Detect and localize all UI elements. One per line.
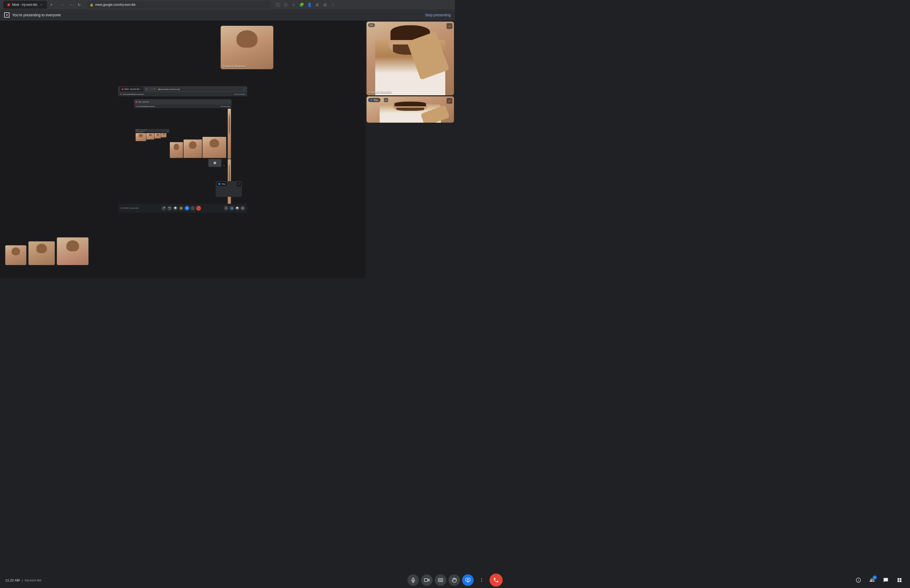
nested-present-btn[interactable]: 🖥 bbox=[184, 206, 189, 210]
forward-button[interactable]: → bbox=[67, 1, 74, 8]
nested-address-bar: 🔒 meet.google.com/tnj-esni-ikb bbox=[157, 87, 243, 91]
you-label-small: You bbox=[221, 183, 225, 185]
star-icon[interactable]: ☆ bbox=[291, 2, 297, 8]
nested-cap-btn[interactable]: 💬 bbox=[173, 206, 178, 210]
fb-label-medium: François Beaufort bbox=[223, 65, 246, 68]
you-panel-small: You ⤢ bbox=[216, 181, 242, 197]
nested-presenting-text: You're presenting to everyone bbox=[123, 94, 144, 95]
rv-banner: ⬆ You're presenting to everyone Stop pre… bbox=[134, 105, 231, 108]
nested-activities-btn[interactable]: ⊞ bbox=[241, 206, 245, 210]
active-tab[interactable]: Meet - tnj-esni-ikb × bbox=[3, 1, 47, 9]
address-bar[interactable]: 🔒 meet.google.com/tnj-esni-ikb bbox=[87, 1, 271, 8]
nested-stop-presenting[interactable]: Stop presenting bbox=[234, 94, 245, 95]
nested-right-tools: ℹ 👥 💬 ⊞ bbox=[224, 206, 245, 210]
nested-tab-title: Meet - tnj-esni-ikb bbox=[124, 88, 139, 90]
you-tile-controls: ••• bbox=[368, 98, 388, 102]
back-button[interactable]: ← bbox=[59, 1, 66, 8]
screen-share-area: Meet - tnj-esni-ikb × + ←→↻ 🔒 meet.googl… bbox=[0, 21, 365, 278]
nested-end-btn[interactable]: 📞 bbox=[196, 206, 201, 210]
browser-controls: ← → ↻ bbox=[59, 1, 83, 8]
account-icon[interactable]: ⊡ bbox=[322, 2, 328, 8]
nested-banner: ⬆ You're presenting to everyone Stop pre… bbox=[118, 92, 247, 96]
rv-header: Meet - tnj-esni-ikb × bbox=[134, 99, 231, 105]
extensions-icon[interactable]: 🧩 bbox=[298, 2, 305, 8]
browser-chrome: Meet - tnj-esni-ikb × + ← → ↻ 🔒 meet.goo… bbox=[0, 0, 455, 10]
participant-you: You ⤢ ••• bbox=[367, 96, 454, 123]
video-thumb-2 bbox=[28, 241, 55, 265]
nested-tools: 🎤 📷 💬 ✋ 🖥 ⋮ 📞 bbox=[162, 206, 201, 210]
nested-mic-btn[interactable]: 🎤 bbox=[162, 206, 166, 210]
inner-you-label: You bbox=[222, 164, 226, 167]
present-icon: ⬆ bbox=[4, 12, 10, 18]
sidebar-icon[interactable]: ⊟ bbox=[314, 2, 320, 8]
tab-favicon bbox=[7, 3, 10, 6]
nested-chat-btn[interactable]: 💬 bbox=[235, 206, 239, 210]
nested-time: 11:22 AM | tnj-esni-ikb bbox=[120, 207, 139, 209]
rv-tile-1 bbox=[228, 109, 231, 159]
cast-icon[interactable]: ⬛ bbox=[275, 2, 281, 8]
you-more-btn[interactable]: ••• bbox=[384, 98, 388, 102]
save-icon[interactable]: ⬡ bbox=[283, 2, 289, 8]
browser-actions: ⬛ ⬡ ☆ 🧩 👤 ⊟ ⊡ ⋮ bbox=[275, 2, 336, 8]
nested-tab: Meet - tnj-esni-ikb × bbox=[120, 87, 144, 92]
tab-close-button[interactable]: × bbox=[39, 3, 43, 6]
nested-more-btn[interactable]: ⋮ bbox=[191, 206, 195, 210]
nested-chrome: Meet - tnj-esni-ikb × + ←→↻ 🔒 meet.googl… bbox=[118, 86, 247, 92]
presenting-text: You're presenting to everyone bbox=[12, 13, 61, 17]
new-tab-button[interactable]: + bbox=[48, 2, 55, 8]
recursive-content: Meet - tnj-esni-ikb × ⬆ You're presentin… bbox=[118, 96, 247, 213]
main-content: Meet - tnj-esni-ikb × + ←→↻ 🔒 meet.googl… bbox=[0, 21, 455, 278]
video-thumb-1 bbox=[5, 245, 26, 265]
tile-expand-btn[interactable]: ⤢ bbox=[446, 23, 453, 29]
presenting-info: ⬆ You're presenting to everyone bbox=[4, 12, 61, 18]
nested-hand-btn[interactable]: ✋ bbox=[179, 206, 184, 210]
nested-favicon bbox=[122, 89, 123, 90]
nested-info-bar: 11:22 AM | tnj-esni-ikb 🎤 📷 💬 ✋ 🖥 ⋮ 📞 ℹ … bbox=[118, 204, 247, 213]
rv-main-area: Meet meet.google.com ⬆ You're presenting… bbox=[134, 108, 227, 210]
video-medium: François Beaufort bbox=[221, 26, 273, 69]
tab-title: Meet - tnj-esni-ikb bbox=[12, 3, 37, 6]
presenting-banner: ⬆ You're presenting to everyone Stop pre… bbox=[0, 10, 455, 21]
you-expand-btn[interactable]: ⤢ bbox=[446, 98, 453, 104]
tile-menu-dots[interactable]: ••• bbox=[368, 23, 375, 27]
profile-icon[interactable]: 👤 bbox=[306, 2, 312, 8]
video-thumb-3 bbox=[57, 237, 89, 265]
tab-bar: Meet - tnj-esni-ikb × + bbox=[3, 1, 55, 9]
nested-cam-btn[interactable]: 📷 bbox=[167, 206, 172, 210]
url-display: meet.google.com/tnj-esni-ikb bbox=[95, 3, 135, 6]
stop-presenting-button[interactable]: Stop presenting bbox=[425, 13, 451, 17]
nested-people-btn[interactable]: 👥 bbox=[230, 206, 234, 210]
menu-icon[interactable]: ⋮ bbox=[330, 2, 336, 8]
refresh-button[interactable]: ↻ bbox=[76, 1, 83, 8]
nested-info-btn[interactable]: ℹ bbox=[224, 206, 229, 210]
francois-name-label: François Beaufort bbox=[369, 90, 391, 94]
participant-francois: François Beaufort ••• ⤢ bbox=[367, 22, 454, 95]
participants-panel: François Beaufort ••• ⤢ bbox=[365, 21, 455, 278]
nested-browser: Meet - tnj-esni-ikb × + ←→↻ 🔒 meet.googl… bbox=[118, 86, 247, 213]
